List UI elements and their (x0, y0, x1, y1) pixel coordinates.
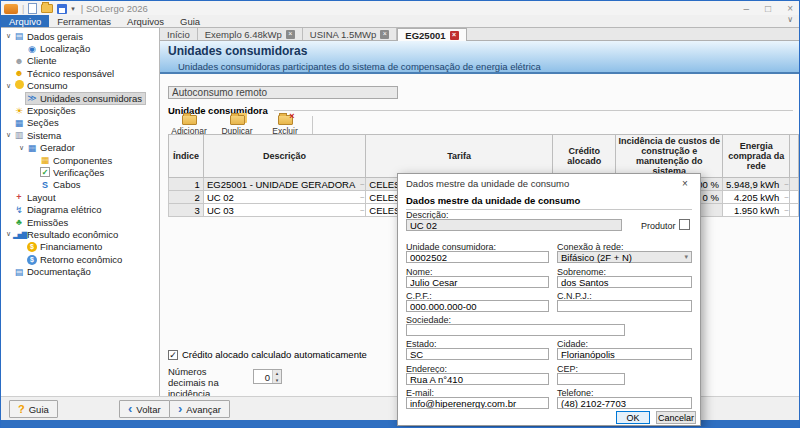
tab-close-icon[interactable]: × (380, 30, 389, 39)
tree-item-documentacao[interactable]: ▤Documentação (1, 265, 159, 277)
stepper-down-icon[interactable]: ▾ (273, 377, 281, 384)
tree-item-consumo[interactable]: ∨Consumo (1, 80, 159, 92)
tab-exemplo[interactable]: Exemplo 6.48kWp× (198, 28, 303, 40)
tree-item-dados-gerais[interactable]: ∨▤Dados gerais (1, 30, 159, 42)
chevron-right-icon: › (178, 404, 182, 414)
quickbar-dropdown-icon[interactable]: ▾ (71, 5, 75, 13)
tree-item-exposicoes[interactable]: ☀Exposições (1, 104, 159, 116)
autoconsumo-field[interactable] (168, 86, 398, 99)
checkbox-checked-icon[interactable]: ✓ (168, 350, 178, 360)
expand-chevron-icon[interactable]: ∨ (4, 32, 13, 40)
components-icon: ▦ (39, 155, 51, 165)
col-credito[interactable]: Crédito alocado (552, 135, 616, 178)
tab-inicio[interactable]: Início (160, 28, 198, 40)
app-logo-icon (4, 4, 18, 14)
tree-item-sistema[interactable]: ∨▥Sistema (1, 129, 159, 141)
menu-arquivos[interactable]: Arquivos (119, 15, 172, 27)
save-icon[interactable] (57, 4, 67, 14)
sections-icon: ▦ (13, 118, 25, 128)
cidade-field[interactable] (557, 348, 692, 360)
menu-ferramentas[interactable]: Ferramentas (49, 15, 119, 27)
menu-guia[interactable]: Guia (172, 15, 208, 27)
tab-close-icon[interactable]: × (286, 30, 295, 39)
col-descricao[interactable]: Descrição (203, 135, 365, 178)
sun-icon: ☀ (13, 106, 25, 116)
tab-close-icon[interactable]: × (450, 31, 459, 40)
nome-field[interactable] (406, 276, 549, 288)
open-folder-icon[interactable] (41, 4, 53, 13)
cell-dropdown-icon: – (784, 180, 788, 187)
endereco-field[interactable] (406, 373, 549, 385)
chevron-left-icon: ‹ (128, 404, 132, 414)
close-button[interactable]: × (787, 3, 793, 14)
tree-item-resultado-economico[interactable]: ∨▂▅▇Resultado econômico (1, 228, 159, 240)
tree-item-cabos[interactable]: SCabos (1, 179, 159, 191)
table-header-row: Índice Descrição Tarifa Crédito alocado … (169, 135, 799, 178)
tab-eg25001[interactable]: EG25001× (397, 28, 466, 41)
cep-field[interactable] (557, 373, 625, 385)
expand-chevron-icon[interactable]: ∨ (4, 82, 13, 90)
window-title: | SOLergo 2026 (81, 3, 148, 14)
tree-item-diagrama-eletrico[interactable]: ↯Diagrama elétrico (1, 203, 159, 215)
sociedade-field[interactable] (406, 324, 625, 336)
money-bag-icon: $ (26, 241, 38, 252)
tree-item-verificacoes[interactable]: ✓Verificações (1, 166, 159, 178)
tree-item-secoes[interactable]: ▦Seções (1, 117, 159, 129)
excluir-button[interactable]: ×Excluir (264, 115, 306, 136)
tree-item-financiamento[interactable]: $Financiamento (1, 241, 159, 253)
menu-arquivo[interactable]: Arquivo (1, 15, 49, 27)
tree-item-emissoes[interactable]: ♣Emissões (1, 216, 159, 228)
person-helmet-icon: ☻ (13, 68, 25, 78)
system-icon: ▥ (13, 130, 25, 140)
produtor-checkbox[interactable] (679, 219, 690, 230)
tree-item-unidades-consumidoras[interactable]: ≫Unidades consumidoras (1, 92, 159, 104)
duplicar-button[interactable]: Duplicar (216, 115, 258, 136)
tree-item-localizacao[interactable]: ◉Localização (1, 42, 159, 54)
duplicate-folder-icon (230, 115, 245, 125)
conexao-select[interactable]: Bifásico (2F + N) ▾ (557, 251, 692, 263)
decimals-stepper[interactable]: 0 ▴ ▾ (253, 369, 282, 384)
master-data-dialog: Dados mestre da unidade de consumo × Dad… (397, 173, 701, 426)
col-indice[interactable]: Índice (169, 135, 204, 178)
col-tarifa[interactable]: Tarifa (366, 135, 553, 178)
col-energia[interactable]: Energia comprada da rede (722, 135, 789, 178)
email-field[interactable] (406, 397, 549, 409)
printer-icon: ▤ (13, 267, 25, 277)
tree-item-retorno-economico[interactable]: $Retorno econômico (1, 253, 159, 265)
tree-item-tecnico-responsavel[interactable]: ☻Técnico responsável (1, 67, 159, 79)
expand-chevron-icon[interactable]: ∨ (4, 131, 13, 139)
delete-folder-icon: × (278, 115, 293, 125)
voltar-button[interactable]: ‹Voltar (119, 400, 170, 418)
col-incidencia[interactable]: Incidência de custos de construção e man… (616, 135, 723, 178)
adicionar-button[interactable]: Adicionar (168, 115, 210, 136)
person-icon: ☻ (13, 56, 25, 66)
cell-dropdown-icon: – (360, 193, 364, 200)
guia-button[interactable]: ?Guia (9, 400, 58, 418)
unidade-field[interactable] (406, 251, 549, 263)
tree-item-cliente[interactable]: ☻Cliente (1, 55, 159, 67)
cancelar-button[interactable]: Cancelar (656, 411, 696, 424)
credit-auto-checkbox-row[interactable]: ✓ Crédito alocado calculado automaticame… (168, 349, 367, 360)
new-document-icon[interactable] (28, 3, 37, 14)
minimize-button[interactable]: – (744, 3, 750, 14)
ok-button[interactable]: OK (616, 411, 650, 424)
question-icon: ? (18, 403, 25, 415)
avancar-button[interactable]: ›Avançar (169, 400, 230, 418)
tab-usina[interactable]: USINA 1.5MWp× (303, 28, 398, 40)
collapse-ribbon-chevron-icon[interactable]: ∨ (787, 15, 793, 24)
tree-item-gerador[interactable]: ∨▦Gerador (1, 142, 159, 154)
tree-item-componentes[interactable]: ▦Componentes (1, 154, 159, 166)
estado-field[interactable] (406, 348, 549, 360)
telefone-field[interactable] (557, 397, 692, 409)
cnpj-field[interactable] (557, 300, 692, 312)
sobrenome-field[interactable] (557, 276, 692, 288)
cable-icon: S (39, 180, 51, 190)
title-bar: | ▾ | SOLergo 2026 (1, 1, 799, 15)
maximize-button[interactable]: □ (765, 3, 771, 14)
tree-item-layout[interactable]: +Layout (1, 191, 159, 203)
expand-chevron-icon[interactable]: ∨ (4, 230, 13, 238)
cpf-field[interactable] (406, 300, 549, 312)
expand-chevron-icon[interactable]: ∨ (17, 144, 26, 152)
descricao-field[interactable] (406, 219, 622, 231)
form-icon: ▤ (13, 31, 25, 41)
